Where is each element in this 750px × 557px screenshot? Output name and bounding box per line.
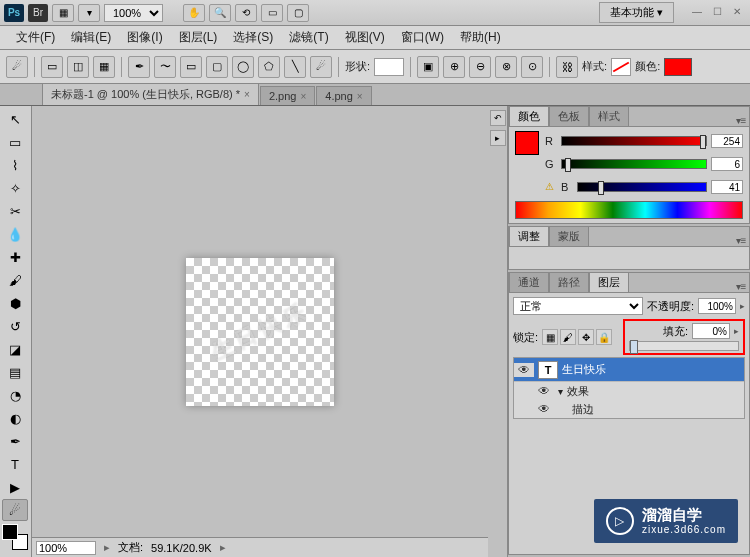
workspace-select[interactable]: 基本功能 ▾ <box>599 2 674 23</box>
tab-adjustments[interactable]: 调整 <box>509 226 549 246</box>
view-extras-icon[interactable]: ▾ <box>78 4 100 22</box>
lasso-tool-icon[interactable]: ⌇ <box>2 154 28 176</box>
line-shape-icon[interactable]: ╲ <box>284 56 306 78</box>
path-select-tool-icon[interactable]: ▶ <box>2 476 28 498</box>
screen-mode-icon[interactable]: ▢ <box>287 4 309 22</box>
canvas[interactable]: 生日快乐 <box>186 258 334 406</box>
polygon-shape-icon[interactable]: ⬠ <box>258 56 280 78</box>
blend-mode-select[interactable]: 正常 <box>513 297 643 315</box>
stamp-tool-icon[interactable]: ⬢ <box>2 292 28 314</box>
lock-all-icon[interactable]: 🔒 <box>596 329 612 345</box>
menu-select[interactable]: 选择(S) <box>225 27 281 48</box>
visibility-icon[interactable]: 👁 <box>514 363 534 377</box>
zoom-icon[interactable]: 🔍 <box>209 4 231 22</box>
lock-pixels-icon[interactable]: 🖌 <box>560 329 576 345</box>
visibility-icon[interactable]: 👁 <box>534 402 554 416</box>
rotate-icon[interactable]: ⟲ <box>235 4 257 22</box>
collapse-icon[interactable]: ▾ <box>558 386 563 397</box>
visibility-icon[interactable]: 👁 <box>534 384 554 398</box>
layer-effect-stroke[interactable]: 👁 描边 <box>514 400 744 418</box>
style-none-icon[interactable] <box>611 58 631 76</box>
menu-window[interactable]: 窗口(W) <box>393 27 452 48</box>
zoom-select[interactable]: 100% <box>104 4 163 22</box>
layer-name[interactable]: 生日快乐 <box>562 362 744 377</box>
fg-bg-colors[interactable] <box>2 524 28 550</box>
tab-channels[interactable]: 通道 <box>509 272 549 292</box>
tool-preset-icon[interactable]: ☄ <box>6 56 28 78</box>
shape-layers-icon[interactable]: ▭ <box>41 56 63 78</box>
doc-tab-1[interactable]: 未标题-1 @ 100% (生日快乐, RGB/8) * × <box>42 83 259 105</box>
doc-tab-2[interactable]: 2.png × <box>260 86 315 105</box>
menu-layer[interactable]: 图层(L) <box>171 27 226 48</box>
eyedropper-tool-icon[interactable]: 💧 <box>2 223 28 245</box>
marquee-tool-icon[interactable]: ▭ <box>2 131 28 153</box>
g-input[interactable] <box>711 157 743 171</box>
shape-tool-icon[interactable]: ☄ <box>2 499 28 521</box>
custom-shape-icon[interactable]: ☄ <box>310 56 332 78</box>
combine-new-icon[interactable]: ▣ <box>417 56 439 78</box>
shape-dropdown[interactable] <box>374 58 404 76</box>
combine-subtract-icon[interactable]: ⊖ <box>469 56 491 78</box>
combine-exclude-icon[interactable]: ⊙ <box>521 56 543 78</box>
mini-bridge-icon[interactable]: ▦ <box>52 4 74 22</box>
fill-pixels-icon[interactable]: ▦ <box>93 56 115 78</box>
tab-paths[interactable]: 路径 <box>549 272 589 292</box>
minimize-button[interactable]: — <box>688 6 706 20</box>
gamut-warning-icon[interactable]: ⚠ <box>545 181 557 193</box>
arrange-icon[interactable]: ▭ <box>261 4 283 22</box>
tab-swatches[interactable]: 色板 <box>549 106 589 126</box>
tab-layers[interactable]: 图层 <box>589 272 629 292</box>
bridge-icon[interactable]: Br <box>28 4 48 22</box>
paths-icon[interactable]: ◫ <box>67 56 89 78</box>
spectrum-ramp[interactable] <box>515 201 743 219</box>
layer-item-text[interactable]: 👁 T 生日快乐 <box>514 358 744 382</box>
fill-slider[interactable] <box>629 341 739 351</box>
maximize-button[interactable]: ☐ <box>708 6 726 20</box>
b-input[interactable] <box>711 180 743 194</box>
fill-flyout-icon[interactable]: ▸ <box>734 326 739 336</box>
ellipse-shape-icon[interactable]: ◯ <box>232 56 254 78</box>
close-icon[interactable]: × <box>244 89 250 100</box>
dodge-tool-icon[interactable]: ◐ <box>2 407 28 429</box>
g-slider[interactable] <box>561 159 707 169</box>
rect-shape-icon[interactable]: ▭ <box>180 56 202 78</box>
menu-file[interactable]: 文件(F) <box>8 27 63 48</box>
hand-icon[interactable]: ✋ <box>183 4 205 22</box>
rrect-shape-icon[interactable]: ▢ <box>206 56 228 78</box>
combine-intersect-icon[interactable]: ⊗ <box>495 56 517 78</box>
tab-color[interactable]: 颜色 <box>509 106 549 126</box>
panel-menu-icon[interactable]: ▾≡ <box>733 281 749 292</box>
eraser-tool-icon[interactable]: ◪ <box>2 338 28 360</box>
status-zoom-input[interactable] <box>36 541 96 555</box>
menu-view[interactable]: 视图(V) <box>337 27 393 48</box>
layer-effects-row[interactable]: 👁 ▾ 效果 <box>514 382 744 400</box>
shape-color-swatch[interactable] <box>664 58 692 76</box>
menu-filter[interactable]: 滤镜(T) <box>281 27 336 48</box>
menu-help[interactable]: 帮助(H) <box>452 27 509 48</box>
doc-tab-3[interactable]: 4.png × <box>316 86 371 105</box>
combine-add-icon[interactable]: ⊕ <box>443 56 465 78</box>
close-icon[interactable]: × <box>300 91 306 102</box>
menu-edit[interactable]: 编辑(E) <box>63 27 119 48</box>
close-button[interactable]: ✕ <box>728 6 746 20</box>
lock-position-icon[interactable]: ✥ <box>578 329 594 345</box>
blur-tool-icon[interactable]: ◔ <box>2 384 28 406</box>
panel-menu-icon[interactable]: ▾≡ <box>733 235 749 246</box>
opacity-flyout-icon[interactable]: ▸ <box>740 301 745 311</box>
r-slider[interactable] <box>561 136 707 146</box>
link-icon[interactable]: ⛓ <box>556 56 578 78</box>
crop-tool-icon[interactable]: ✂ <box>2 200 28 222</box>
pen-icon[interactable]: ✒ <box>128 56 150 78</box>
opacity-input[interactable] <box>698 298 736 314</box>
heal-tool-icon[interactable]: ✚ <box>2 246 28 268</box>
tab-masks[interactable]: 蒙版 <box>549 226 589 246</box>
fg-color-swatch[interactable] <box>2 524 18 540</box>
lock-transparent-icon[interactable]: ▦ <box>542 329 558 345</box>
canvas-area[interactable]: 生日快乐 ▸ 文档: 59.1K/20.9K ▸ <box>32 106 488 557</box>
tab-styles[interactable]: 样式 <box>589 106 629 126</box>
panel-menu-icon[interactable]: ▾≡ <box>733 115 749 126</box>
fill-input[interactable] <box>692 323 730 339</box>
history-panel-icon[interactable]: ↶ <box>490 110 506 126</box>
wand-tool-icon[interactable]: ✧ <box>2 177 28 199</box>
brush-tool-icon[interactable]: 🖌 <box>2 269 28 291</box>
